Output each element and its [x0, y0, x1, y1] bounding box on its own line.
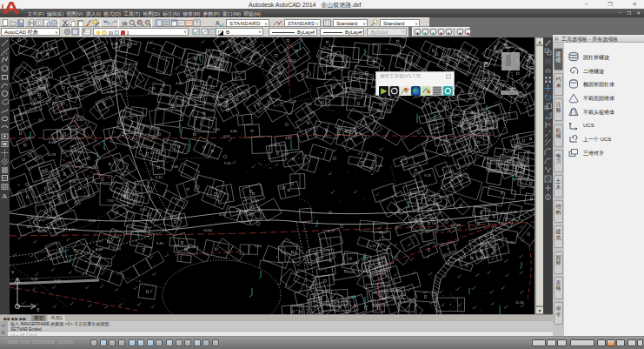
- svg-text:8.06: 8.06: [96, 247, 103, 252]
- svg-text:6.05: 6.05: [54, 279, 62, 283]
- svg-text:A: A: [216, 20, 220, 26]
- svg-text:北: 北: [503, 43, 509, 50]
- svg-text:6.10: 6.10: [156, 175, 163, 179]
- svg-text:6.66: 6.66: [230, 129, 238, 133]
- svg-text:6.30: 6.30: [508, 240, 515, 245]
- svg-text:7.76: 7.76: [274, 70, 282, 75]
- svg-text:10.06: 10.06: [461, 125, 471, 130]
- svg-text:5.00: 5.00: [255, 244, 262, 248]
- svg-text:7.65: 7.65: [107, 198, 115, 203]
- svg-text:6.62: 6.62: [223, 134, 231, 138]
- svg-text:9.62: 9.62: [517, 93, 525, 97]
- svg-text:13.90: 13.90: [511, 144, 521, 148]
- svg-text:5.70: 5.70: [442, 104, 450, 109]
- svg-text:7.90: 7.90: [292, 252, 300, 256]
- svg-text:6.34: 6.34: [107, 90, 115, 94]
- svg-text:6.44: 6.44: [70, 179, 77, 184]
- svg-text:10.78: 10.78: [47, 152, 56, 157]
- svg-text:9.50: 9.50: [38, 86, 46, 91]
- svg-text:8.72: 8.72: [328, 229, 335, 233]
- svg-text:X: X: [37, 307, 40, 312]
- svg-text:3.96: 3.96: [349, 295, 356, 299]
- svg-text:5.80: 5.80: [76, 117, 84, 122]
- svg-text:Y: Y: [11, 270, 15, 275]
- svg-text:4.86: 4.86: [285, 136, 293, 140]
- svg-text:9.18: 9.18: [424, 173, 432, 178]
- svg-text:系: 系: [528, 55, 534, 61]
- svg-text:9.08: 9.08: [375, 164, 383, 168]
- svg-text:5.30: 5.30: [393, 288, 401, 292]
- svg-text:4.10: 4.10: [74, 201, 82, 205]
- svg-text:5.92: 5.92: [31, 277, 39, 281]
- svg-text:6.90: 6.90: [69, 227, 76, 232]
- svg-text:6.54: 6.54: [140, 207, 148, 211]
- svg-text:1: 1: [127, 30, 129, 36]
- svg-text:A: A: [3, 191, 8, 199]
- svg-text:7.68: 7.68: [171, 164, 179, 169]
- svg-text:9.46: 9.46: [156, 241, 164, 245]
- svg-text:8.14: 8.14: [130, 42, 138, 46]
- svg-text:11.58: 11.58: [478, 132, 487, 137]
- svg-text:6.46: 6.46: [27, 215, 35, 219]
- svg-text:5.18: 5.18: [476, 255, 484, 259]
- svg-text:11.30: 11.30: [515, 300, 524, 305]
- svg-text:5.40: 5.40: [329, 44, 336, 48]
- svg-text:5.52: 5.52: [289, 58, 297, 63]
- svg-text:7.38: 7.38: [454, 223, 461, 227]
- svg-text:6.58: 6.58: [89, 218, 96, 223]
- svg-text:8.58: 8.58: [348, 270, 355, 274]
- svg-text:10.20: 10.20: [37, 229, 47, 233]
- svg-text:6.18: 6.18: [510, 210, 518, 214]
- svg-text:6.72: 6.72: [220, 52, 228, 57]
- svg-text:8.30: 8.30: [123, 193, 131, 198]
- svg-text:7.44: 7.44: [76, 84, 84, 88]
- svg-text:7.08: 7.08: [289, 99, 297, 104]
- svg-text:10.59: 10.59: [250, 198, 260, 203]
- svg-text:5.46: 5.46: [440, 138, 448, 142]
- svg-text:6.50: 6.50: [219, 212, 227, 217]
- svg-text:西: 西: [482, 61, 489, 67]
- svg-text:5.60: 5.60: [213, 127, 221, 131]
- svg-text:15.60: 15.60: [112, 246, 122, 251]
- svg-text:4.10: 4.10: [62, 248, 70, 252]
- svg-text:7.72: 7.72: [279, 185, 287, 190]
- svg-text:?: ?: [196, 20, 199, 26]
- svg-text:10.60: 10.60: [203, 228, 213, 232]
- svg-text:4.40: 4.40: [176, 81, 183, 85]
- svg-text:9.30: 9.30: [224, 161, 232, 165]
- svg-text:8.90: 8.90: [111, 42, 119, 46]
- svg-text:4.72: 4.72: [369, 244, 377, 248]
- svg-text:7.24: 7.24: [149, 86, 156, 91]
- svg-text:7.00: 7.00: [134, 128, 142, 132]
- svg-text:7.50: 7.50: [305, 102, 313, 106]
- svg-text:12.20: 12.20: [129, 62, 138, 66]
- svg-text:8.44: 8.44: [49, 140, 56, 144]
